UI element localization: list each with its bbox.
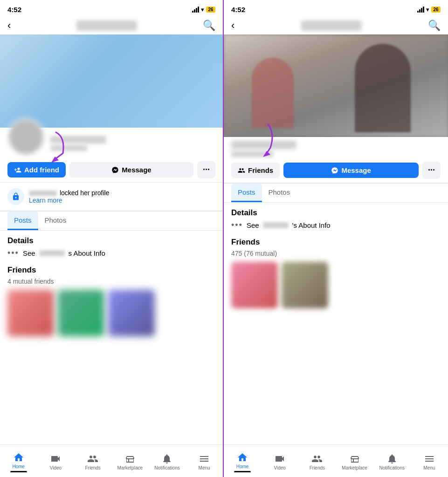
- friends-thumbnails-left: [7, 290, 215, 336]
- notifications-icon-right: [386, 453, 398, 464]
- nav-marketplace-label-left: Marketplace: [117, 465, 143, 470]
- video-icon-left: [50, 453, 61, 464]
- more-button-left[interactable]: ···: [197, 161, 215, 178]
- video-icon-right: [274, 453, 285, 464]
- nav-title-blur-right: [301, 20, 362, 31]
- cover-blur-left: [0, 34, 223, 128]
- profile-section-left: [0, 118, 223, 156]
- nav-friends-left[interactable]: Friends: [80, 453, 106, 470]
- left-phone-panel: 4:52 ▾ 26 ‹ 🔍: [0, 0, 224, 477]
- locked-notice-text: locked her profile Learn more: [29, 189, 110, 204]
- signal-bar-3: [196, 8, 197, 13]
- nav-friends-label-right: Friends: [310, 465, 325, 470]
- signal-bar-4: [198, 7, 199, 13]
- lock-icon: [12, 192, 20, 201]
- locked-profile-notice: locked her profile Learn more: [0, 182, 223, 211]
- message-button-left[interactable]: Message: [69, 162, 193, 177]
- nav-home-label-right: Home: [236, 464, 249, 469]
- message-button-right[interactable]: Message: [283, 163, 419, 178]
- friends-nav-icon-right: [311, 453, 323, 464]
- tabs-bar-right: Posts Photos: [224, 183, 448, 203]
- friends-title-right: Friends: [231, 238, 441, 247]
- status-time-left: 4:52: [7, 6, 21, 14]
- friends-thumbnails-right: [231, 262, 441, 308]
- person2-silhouette-right: [252, 58, 294, 128]
- signal-bars-left: [192, 6, 199, 13]
- signal-bar-r4: [423, 7, 424, 13]
- marketplace-icon-right: [349, 453, 360, 464]
- status-icons-right: ▾ 26: [417, 6, 441, 13]
- home-icon-right: [237, 452, 248, 463]
- name-blur-line2-left: [50, 145, 88, 151]
- nav-notifications-label-left: Notifications: [154, 465, 179, 470]
- nav-title-blur-left: [76, 20, 137, 31]
- tab-posts-right[interactable]: Posts: [231, 184, 262, 202]
- content-area-left: Details ••• See s About Info Friends 4 m…: [0, 231, 223, 444]
- nav-friends-label-left: Friends: [85, 465, 100, 470]
- friends-button-right[interactable]: Friends: [231, 163, 280, 178]
- cover-photo-right: [224, 34, 448, 137]
- nav-notifications-left[interactable]: Notifications: [154, 453, 180, 470]
- nav-header-right: ‹ 🔍: [224, 17, 448, 34]
- signal-bars-right: [417, 6, 424, 13]
- friend-thumb-2-right: [282, 262, 328, 308]
- nav-home-left[interactable]: Home: [6, 452, 31, 472]
- action-area-right: Friends Message ···: [224, 157, 448, 183]
- wifi-icon-right: ▾: [426, 6, 429, 13]
- menu-icon-right: [424, 453, 435, 464]
- tab-photos-right[interactable]: Photos: [262, 184, 297, 202]
- add-friend-button[interactable]: Add friend: [7, 162, 66, 177]
- see-blur-name-right: [263, 222, 289, 228]
- marketplace-icon-left: [124, 453, 136, 464]
- nav-home-label-left: Home: [12, 464, 25, 469]
- see-about-dots-left: •••: [7, 248, 19, 258]
- friends-icon-left: [87, 453, 98, 464]
- search-button-right[interactable]: 🔍: [428, 20, 441, 32]
- status-icons-left: ▾ 26: [192, 6, 215, 13]
- active-underbar-left: [10, 471, 27, 472]
- friend-thumb-2-left: [58, 290, 104, 336]
- nav-friends-right[interactable]: Friends: [304, 453, 330, 470]
- tab-posts-left[interactable]: Posts: [7, 211, 38, 230]
- see-about-dots-right: •••: [231, 220, 243, 230]
- locked-name-blur: [29, 191, 57, 196]
- tab-photos-left[interactable]: Photos: [38, 211, 73, 230]
- action-buttons-right: Friends Message ···: [224, 157, 448, 183]
- nav-menu-right[interactable]: Menu: [416, 453, 442, 470]
- nav-marketplace-right[interactable]: Marketplace: [342, 453, 367, 470]
- home-icon-left: [13, 452, 24, 463]
- more-button-right[interactable]: ···: [422, 162, 441, 179]
- nav-notifications-label-right: Notifications: [379, 465, 404, 470]
- friend-thumb-3-left: [108, 290, 155, 336]
- details-title-left: Details: [7, 236, 215, 245]
- friend-thumb-1-right: [231, 262, 278, 308]
- see-blur-name-left: [39, 250, 65, 256]
- battery-left: 26: [206, 7, 215, 13]
- nav-marketplace-left[interactable]: Marketplace: [117, 453, 143, 470]
- nav-video-right[interactable]: Video: [267, 453, 293, 470]
- cover-photo-left: [0, 34, 223, 128]
- back-button-right[interactable]: ‹: [231, 20, 234, 32]
- status-bar-right: 4:52 ▾ 26: [224, 0, 448, 17]
- friends-subtitle-left: 4 mutual friends: [7, 278, 215, 285]
- friends-icon-btn-right: [238, 167, 245, 174]
- bottom-nav-left: Home Video Friends Marketplace Notifi: [0, 444, 223, 477]
- nav-notifications-right[interactable]: Notifications: [379, 453, 405, 470]
- bottom-nav-right: Home Video Friends Marketplace Notifi: [224, 444, 448, 477]
- friend-thumb-1-left: [7, 290, 54, 336]
- right-phone-panel: 4:52 ▾ 26 ‹ 🔍: [224, 0, 448, 477]
- back-button-left[interactable]: ‹: [7, 20, 11, 32]
- notifications-icon-left: [161, 453, 172, 464]
- battery-right: 26: [431, 7, 441, 13]
- profile-name-left: [50, 136, 106, 151]
- learn-more-link[interactable]: Learn more: [29, 197, 110, 204]
- nav-home-right[interactable]: Home: [230, 452, 255, 472]
- wifi-icon-left: ▾: [201, 6, 204, 13]
- avatar-left: [7, 118, 45, 156]
- person-silhouette-right: [355, 44, 411, 132]
- name-blur-small-right: [231, 151, 273, 157]
- nav-video-label-right: Video: [274, 465, 286, 470]
- nav-menu-left[interactable]: Menu: [192, 453, 217, 470]
- search-button-left[interactable]: 🔍: [203, 20, 215, 32]
- nav-video-left[interactable]: Video: [43, 453, 69, 470]
